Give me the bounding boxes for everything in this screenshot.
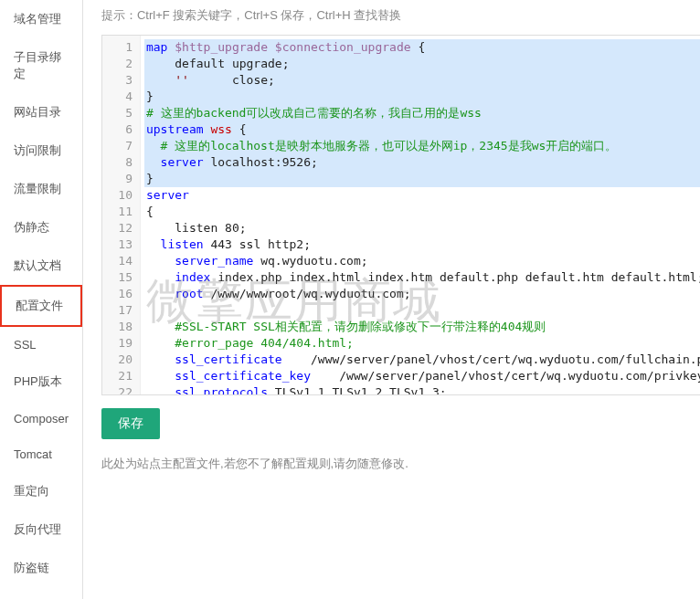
- main-panel: 提示：Ctrl+F 搜索关键字，Ctrl+S 保存，Ctrl+H 查找替换 12…: [83, 0, 700, 599]
- code-line-11[interactable]: {: [144, 204, 700, 220]
- line-gutter: 12345678910111213141516171819202122: [102, 36, 141, 394]
- sidebar-item-5[interactable]: 伪静态: [0, 208, 82, 247]
- code-line-6[interactable]: upstream wss {: [144, 121, 700, 138]
- footnote-text: 此处为站点主配置文件,若您不了解配置规则,请勿随意修改.: [101, 456, 700, 472]
- sidebar-item-10[interactable]: Composer: [0, 401, 82, 436]
- code-line-12[interactable]: listen 80;: [144, 220, 700, 236]
- code-editor[interactable]: 12345678910111213141516171819202122 map …: [101, 35, 700, 395]
- code-line-5[interactable]: # 这里的backend可以改成自己需要的名称，我自己用的是wss: [144, 105, 700, 121]
- sidebar-item-14[interactable]: 防盗链: [0, 549, 82, 587]
- code-line-10[interactable]: server: [144, 187, 700, 204]
- code-line-4[interactable]: }: [144, 89, 700, 105]
- code-line-2[interactable]: default upgrade;: [144, 56, 700, 72]
- code-line-14[interactable]: server_name wq.wyduotu.com;: [144, 253, 700, 269]
- sidebar-item-6[interactable]: 默认文档: [0, 247, 82, 285]
- code-line-8[interactable]: server localhost:9526;: [144, 154, 700, 171]
- code-line-19[interactable]: #error_page 404/404.html;: [144, 335, 700, 352]
- sidebar-item-7[interactable]: 配置文件: [0, 285, 82, 327]
- hint-text: 提示：Ctrl+F 搜索关键字，Ctrl+S 保存，Ctrl+H 查找替换: [101, 7, 700, 24]
- code-line-3[interactable]: '' close;: [144, 72, 700, 89]
- sidebar-item-15[interactable]: 网站日志: [0, 587, 82, 599]
- sidebar-item-8[interactable]: SSL: [0, 327, 82, 363]
- sidebar-item-2[interactable]: 网站目录: [0, 93, 82, 131]
- code-line-9[interactable]: }: [144, 171, 700, 187]
- code-line-7[interactable]: # 这里的localhost是映射本地服务器，也可以是外网ip，2345是我ws…: [144, 138, 700, 154]
- code-line-16[interactable]: root /www/wwwroot/wq.wyduotu.com;: [144, 286, 700, 302]
- code-area[interactable]: map $http_upgrade $connection_upgrade { …: [141, 36, 700, 394]
- save-button[interactable]: 保存: [101, 408, 160, 439]
- sidebar-item-12[interactable]: 重定向: [0, 472, 82, 510]
- sidebar-item-11[interactable]: Tomcat: [0, 436, 82, 472]
- code-line-13[interactable]: listen 443 ssl http2;: [144, 236, 700, 253]
- sidebar-item-4[interactable]: 流量限制: [0, 170, 82, 208]
- sidebar-item-0[interactable]: 域名管理: [0, 0, 82, 38]
- sidebar-item-1[interactable]: 子目录绑定: [0, 38, 82, 93]
- code-line-15[interactable]: index index.php index.html index.htm def…: [144, 269, 700, 286]
- sidebar-item-3[interactable]: 访问限制: [0, 131, 82, 170]
- code-line-20[interactable]: ssl_certificate /www/server/panel/vhost/…: [144, 352, 700, 368]
- code-line-22[interactable]: ssl_protocols TLSv1.1 TLSv1.2 TLSv1.3;: [144, 384, 700, 394]
- sidebar: 域名管理子目录绑定网站目录访问限制流量限制伪静态默认文档配置文件SSLPHP版本…: [0, 0, 83, 599]
- sidebar-item-9[interactable]: PHP版本: [0, 363, 82, 401]
- code-line-18[interactable]: #SSL-START SSL相关配置，请勿删除或修改下一行带注释的404规则: [144, 319, 700, 335]
- sidebar-item-13[interactable]: 反向代理: [0, 510, 82, 549]
- code-line-17[interactable]: [144, 302, 700, 319]
- code-line-21[interactable]: ssl_certificate_key /www/server/panel/vh…: [144, 368, 700, 384]
- code-line-1[interactable]: map $http_upgrade $connection_upgrade {: [144, 39, 700, 56]
